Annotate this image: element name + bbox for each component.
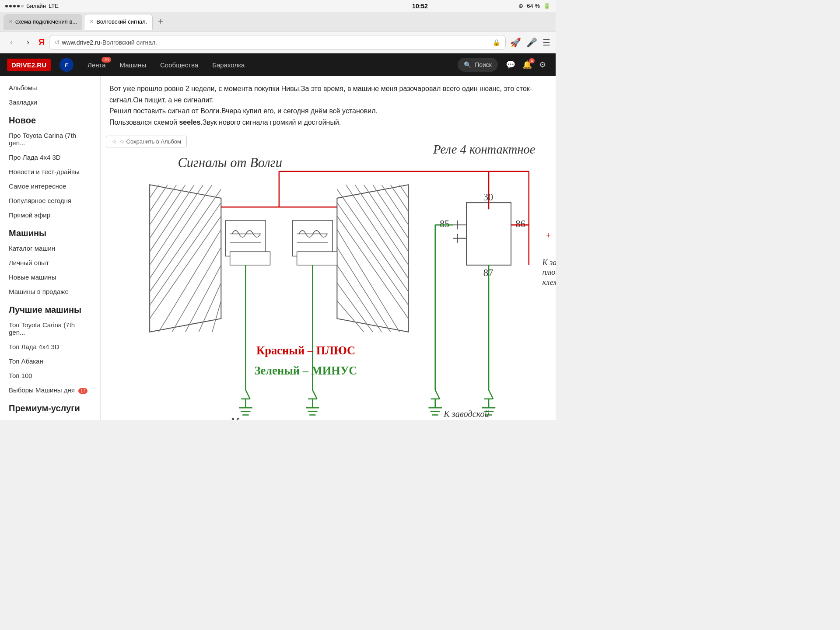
forward-button[interactable]: › — [22, 36, 34, 49]
sidebar-item-new-cars[interactable]: Новые машины — [0, 270, 100, 284]
svg-text:минусовой: минусовой — [446, 419, 486, 420]
sidebar: Альбомы Закладки Новое Про Toyota Carina… — [0, 76, 101, 420]
signal-dots — [5, 5, 24, 7]
address-bar: ‹ › Я ↺ www.drive2.ru › Волговский сигна… — [0, 32, 556, 53]
messages-icon[interactable]: 💬 — [503, 57, 518, 72]
car-of-day-badge: 17 — [78, 388, 88, 394]
tab-label-1: схема подключения в... — [15, 18, 77, 25]
location-icon: ⊕ — [518, 3, 523, 9]
back-button[interactable]: ‹ — [5, 36, 18, 49]
article-text: Вот уже прошло ровно 2 недели, с момента… — [101, 76, 547, 131]
sidebar-item-bookmarks[interactable]: Закладки — [0, 95, 100, 109]
tab-bar: ✕ схема подключения в... ✕ Волговский си… — [0, 12, 556, 32]
sidebar-item-popular[interactable]: Популярное сегодня — [0, 193, 100, 208]
nav-item-communities[interactable]: Сообщества — [153, 53, 205, 76]
svg-text:+: + — [546, 231, 551, 240]
diagram-label-relay: Реле 4 контактное — [433, 143, 536, 156]
sidebar-item-top-carina[interactable]: Топ Toyota Carina (7th gen... — [0, 318, 100, 340]
network-label: LTE — [49, 3, 59, 9]
pin-30-label: 30 — [483, 192, 493, 203]
url-path: Волговский сигнал. — [102, 39, 157, 46]
ford-icon[interactable]: F — [60, 58, 74, 72]
sidebar-item-news[interactable]: Новости и тест-драйвы — [0, 164, 100, 179]
svg-text:клеме: клеме — [542, 278, 556, 287]
sidebar-item-for-sale[interactable]: Машины в продаже — [0, 284, 100, 299]
diagram-container: ☆ ☆ Сохранить в Альбом Сигналы от Волги … — [101, 131, 556, 420]
sidebar-item-top-abakan[interactable]: Топ Абакан — [0, 354, 100, 368]
main-layout: Альбомы Закладки Новое Про Toyota Carina… — [0, 76, 556, 420]
diagram-label-signals: Сигналы от Волги — [178, 155, 282, 170]
sidebar-section-cars: Машины — [0, 222, 100, 241]
tab-label-2: Волговский сигнал. — [96, 18, 147, 25]
right-coil-box — [292, 220, 332, 256]
notifications-icon[interactable]: 🔔 4 — [520, 57, 535, 72]
tab-2[interactable]: ✕ Волговский сигнал. — [84, 14, 153, 30]
carrier-label: Билайн — [26, 3, 46, 9]
sidebar-item-albums[interactable]: Альбомы — [0, 80, 100, 95]
svg-text:плюсовой: плюсовой — [542, 268, 556, 277]
time-display: 10:52 — [412, 3, 428, 10]
battery-icon: 🔋 — [543, 3, 550, 9]
pin-86-label: 86 — [515, 219, 525, 230]
nav-item-cars[interactable]: Машины — [113, 53, 153, 76]
status-left: Билайн LTE — [5, 3, 59, 9]
menu-icon[interactable]: ☰ — [542, 37, 550, 48]
sidebar-item-topup[interactable]: Пополнить счёт (7 кредитов) — [0, 416, 100, 420]
settings-icon[interactable]: ⚙ — [536, 57, 549, 72]
reload-icon[interactable]: ↺ — [55, 39, 60, 46]
author-ref[interactable]: seeles — [179, 119, 200, 126]
sidebar-item-catalog[interactable]: Каталог машин — [0, 241, 100, 256]
feed-badge: 76 — [102, 57, 111, 63]
notif-badge: 4 — [529, 58, 535, 63]
microphone-icon[interactable]: 🎤 — [526, 37, 537, 48]
yandex-logo[interactable]: Я — [38, 37, 45, 47]
battery-label: 64 % — [527, 3, 540, 9]
url-domain: www.drive2.ru — [62, 39, 100, 46]
left-coil-box — [225, 220, 266, 256]
wiring-diagram: Сигналы от Волги Реле 4 контактное — [101, 131, 556, 420]
sidebar-item-top-100[interactable]: Топ 100 — [0, 368, 100, 383]
tab-close-2[interactable]: ✕ — [90, 19, 94, 24]
sidebar-section-new: Новое — [0, 109, 100, 128]
label-plus-terminal: К заводской — [542, 258, 556, 267]
search-bar[interactable]: 🔍 Поиск — [458, 58, 498, 72]
search-icon: 🔍 — [464, 61, 471, 68]
sidebar-item-top-lada[interactable]: Топ Лада 4x4 3D — [0, 340, 100, 354]
new-tab-button[interactable]: + — [154, 17, 167, 27]
ford-label: F — [65, 62, 68, 68]
sidebar-item-interesting[interactable]: Самое интересное — [0, 179, 100, 193]
content-area: Вот уже прошло ровно 2 недели, с момента… — [101, 76, 556, 420]
status-bar: Билайн LTE 10:52 ⊕ 64 % 🔋 — [0, 0, 556, 12]
svg-rect-38 — [297, 252, 337, 266]
navbar-icons: 💬 🔔 4 ⚙ — [503, 57, 549, 72]
article-paragraph: Вот уже прошло ровно 2 недели, с момента… — [109, 83, 538, 128]
pin-85-label: 85 — [440, 219, 449, 230]
status-right: ⊕ 64 % 🔋 — [518, 3, 550, 9]
sidebar-section-best: Лучшие машины — [0, 299, 100, 318]
sidebar-item-live[interactable]: Прямой эфир — [0, 208, 100, 222]
sidebar-item-personal[interactable]: Личный опыт — [0, 256, 100, 270]
sidebar-section-premium: Премиум-услуги — [0, 397, 100, 416]
site-logo[interactable]: DRIVE2.RU — [7, 59, 51, 71]
search-placeholder: Поиск — [475, 61, 492, 68]
svg-rect-35 — [230, 252, 270, 266]
site-navbar: DRIVE2.RU F Лента 76 Машины Сообщества Б… — [0, 53, 556, 76]
nav-item-feed[interactable]: Лента 76 — [80, 53, 113, 76]
nav-item-marketplace[interactable]: Барахолка — [205, 53, 252, 76]
lock-icon: 🔒 — [493, 39, 500, 46]
legend-red: Красный – ПЛЮС — [256, 344, 355, 357]
star-icon: ☆ — [112, 138, 117, 145]
save-to-album-button[interactable]: ☆ ☆ Сохранить в Альбом — [106, 136, 187, 147]
address-right-icons: 🚀 🎤 ☰ — [510, 37, 550, 48]
relay-box — [466, 203, 511, 266]
label-body-mass: Масса от кузова — [231, 416, 301, 420]
url-bar[interactable]: ↺ www.drive2.ru › Волговский сигнал. 🔒 — [49, 35, 506, 50]
legend-green: Зеленый – МИНУС — [255, 364, 357, 377]
tab-close-1[interactable]: ✕ — [9, 19, 13, 24]
sidebar-item-lada4x4[interactable]: Про Лада 4x4 3D — [0, 150, 100, 164]
label-minus-terminal: К заводской — [443, 409, 489, 419]
sidebar-item-car-of-day[interactable]: Выборы Машины дня 17 — [0, 383, 100, 397]
sidebar-item-carina[interactable]: Про Toyota Carina (7th gen... — [0, 128, 100, 150]
tab-1[interactable]: ✕ схема подключения в... — [4, 14, 82, 30]
share-icon[interactable]: 🚀 — [510, 37, 521, 48]
